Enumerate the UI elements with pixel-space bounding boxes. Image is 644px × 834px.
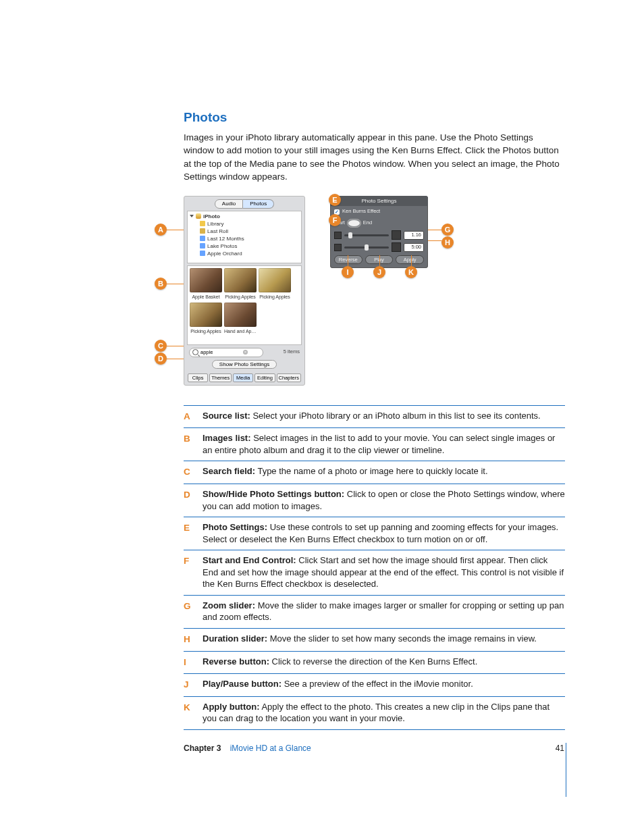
definition-body: Photo Settings: Use these controls to se… [203,521,565,545]
section-heading: Photos [184,108,565,127]
tab-editing[interactable]: Editing [254,373,275,382]
page-footer: Chapter 3 iMovie HD at a Glance 41 [184,743,564,754]
definition-body: Search field: Type the name of a photo o… [203,465,565,479]
bottom-tabs: Clips Themes Media Editing Chapters [184,371,304,385]
start-end-control[interactable]: Start End [330,217,428,229]
photo-thumb[interactable]: Picking Apples [190,303,222,335]
source-item[interactable]: Last Roll [207,228,228,236]
callout-lead [167,230,184,230]
tab-clips[interactable]: Clips [188,373,208,382]
definition-letter: F [184,554,193,590]
photo-thumb[interactable]: Hand and Apple [224,303,257,335]
thumb-image [190,303,222,327]
thumb-image [224,268,257,292]
zoom-slider[interactable] [344,234,389,236]
definition-letter: J [184,678,193,692]
photos-tab[interactable]: Photos [243,199,274,209]
definition-body: Duration slider: Move the slider to set … [203,633,565,646]
footer-chapter-title: iMovie HD at a Glance [230,744,311,753]
tab-themes[interactable]: Themes [209,373,232,382]
definition-letter: G [184,600,193,623]
apply-button[interactable]: Apply [396,255,424,264]
definition-letter: D [184,488,193,512]
album-icon [200,236,205,241]
definition-letter: E [184,521,193,545]
settings-title: Photo Settings [330,196,428,207]
roll-icon [200,228,205,234]
definition-term: Show/Hide Photo Settings button: [203,489,344,499]
callout-i-badge: I [342,266,354,278]
thumb-image [259,268,291,292]
zoom-value: 1.16 [404,231,424,240]
callout-a-badge: A [155,224,167,236]
thumb-label: Apple Basket [192,294,219,301]
search-field[interactable]: × [189,348,263,357]
duration-slider[interactable] [344,246,389,249]
definition-letter: B [184,432,193,456]
definition-term: Start and End Control: [203,555,296,565]
definition-letter: H [184,633,193,646]
photo-thumb[interactable]: Apple Basket [190,268,222,301]
start-end-knob[interactable] [348,220,360,226]
photo-thumb[interactable]: Picking Apples [259,268,291,301]
tab-chapters[interactable]: Chapters [277,373,301,382]
definition-row: ASource list: Select your iPhoto library… [184,405,565,428]
definition-body: Apply button: Apply the effect to the ph… [203,701,565,725]
thumb-image [224,303,257,327]
source-root: iPhoto [203,213,220,221]
slider-thumb[interactable] [348,232,352,238]
callout-f-badge: F [329,214,341,226]
iphoto-icon [196,213,201,219]
definition-row: KApply button: Apply the effect to the p… [184,696,565,730]
definition-term: Zoom slider: [203,600,255,610]
duration-slider-row: 5:00 [330,241,428,253]
definition-term: Reverse button: [203,656,269,667]
definition-row: HDuration slider: Move the slider to set… [184,628,565,651]
callout-b-badge: B [155,278,167,290]
source-item[interactable]: Last 12 Months [207,235,244,243]
album-icon [200,243,205,249]
audio-tab[interactable]: Audio [215,199,243,209]
search-input[interactable] [200,349,241,355]
definition-term: Images list: [203,433,251,443]
tab-media[interactable]: Media [233,373,253,382]
callout-j-badge: J [373,266,385,278]
definition-letter: I [184,656,193,669]
definition-term: Photo Settings: [203,522,267,532]
definition-body: Show/Hide Photo Settings button: Click t… [203,488,565,512]
end-label: End [363,219,372,227]
callout-k-badge: K [405,266,417,278]
clear-icon[interactable]: × [243,350,248,355]
figure-area: Audio Photos iPhoto Library Last Roll La… [184,196,565,398]
callout-lead [428,240,441,241]
photo-thumb[interactable]: Picking Apples [224,268,257,301]
thumb-label: Picking Apples [225,294,256,301]
definition-term: Play/Pause button: [203,679,281,689]
source-item[interactable]: Apple Orchard [207,250,242,258]
definition-body: Play/Pause button: See a preview of the … [203,678,565,692]
duration-large-icon [392,242,401,252]
images-list[interactable]: Apple Basket Picking Apples Picking Appl… [187,265,302,345]
definition-row: IReverse button: Click to reverse the di… [184,651,565,674]
definition-row: FStart and End Control: Click Start and … [184,550,565,595]
source-item[interactable]: Library [207,220,223,228]
show-photo-settings-button[interactable]: Show Photo Settings [212,360,277,369]
definition-row: JPlay/Pause button: See a preview of the… [184,673,565,696]
callout-e-badge: E [329,194,341,206]
source-list[interactable]: iPhoto Library Last Roll Last 12 Months … [187,211,302,263]
definition-row: EPhoto Settings: Use these controls to s… [184,517,565,550]
definition-body: Reverse button: Click to reverse the dir… [203,656,565,669]
definition-letter: C [184,465,193,479]
definition-body: Images list: Select images in the list t… [203,432,565,456]
definition-row: GZoom slider: Move the slider to make im… [184,595,565,628]
source-item[interactable]: Lake Photos [207,242,237,251]
definition-term: Apply button: [203,702,259,712]
definition-row: BImages list: Select images in the list … [184,427,565,461]
disclosure-triangle-icon[interactable] [190,215,194,217]
library-icon [200,221,205,226]
definition-term: Source list: [203,411,250,421]
callout-lead [167,284,184,284]
thumb-label: Picking Apples [259,294,290,301]
item-count: 5 items [284,348,300,356]
slider-thumb[interactable] [365,244,369,251]
